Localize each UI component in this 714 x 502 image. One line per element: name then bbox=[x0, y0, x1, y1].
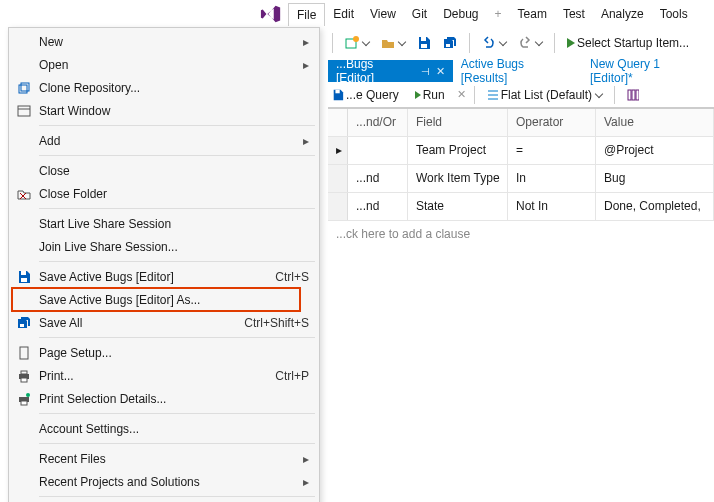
menu-debug[interactable]: Debug bbox=[435, 3, 486, 25]
menu-item-label: Print Selection Details... bbox=[39, 392, 309, 406]
tab-new-query-1[interactable]: New Query 1 [Editor]* bbox=[582, 60, 714, 82]
row-gutter[interactable] bbox=[328, 193, 348, 220]
menu-item-label: Print... bbox=[39, 369, 275, 383]
row-gutter[interactable]: ▸ bbox=[328, 137, 348, 164]
query-toolbar: ...e Query Run ✕ Flat List (Default) bbox=[328, 82, 714, 108]
menu-item-close[interactable]: Close bbox=[9, 159, 319, 182]
toolbar-new-project-button[interactable] bbox=[341, 34, 373, 52]
menu-test[interactable]: Test bbox=[555, 3, 593, 25]
cell-operator[interactable]: Not In bbox=[508, 193, 596, 220]
pin-icon[interactable]: ⊣ bbox=[421, 66, 430, 77]
menu-item-label: Join Live Share Session... bbox=[39, 240, 309, 254]
menu-item-add[interactable]: Add▸ bbox=[9, 129, 319, 152]
menu-item-shortcut: Ctrl+P bbox=[275, 369, 309, 383]
cell-field[interactable]: Work Item Type bbox=[408, 165, 508, 192]
grid-row[interactable]: ...nd State Not In Done, Completed, bbox=[328, 193, 714, 221]
cell-operator[interactable]: In bbox=[508, 165, 596, 192]
menu-separator bbox=[39, 443, 315, 444]
grid-row[interactable]: ...nd Work Item Type In Bug bbox=[328, 165, 714, 193]
menu-item-start-window[interactable]: Start Window bbox=[9, 99, 319, 122]
save-icon bbox=[417, 36, 431, 50]
menu-item-join-live-share-session[interactable]: Join Live Share Session... bbox=[9, 235, 319, 258]
col-operator[interactable]: Operator bbox=[508, 109, 596, 136]
cell-field[interactable]: State bbox=[408, 193, 508, 220]
menu-item-label: Account Settings... bbox=[39, 422, 309, 436]
query-grid: ...nd/Or Field Operator Value ▸ Team Pro… bbox=[328, 108, 714, 247]
menu-item-account-settings[interactable]: Account Settings... bbox=[9, 417, 319, 440]
svg-point-1 bbox=[353, 36, 359, 42]
menu-item-print[interactable]: Print...Ctrl+P bbox=[9, 364, 319, 387]
menu-item-label: Page Setup... bbox=[39, 346, 309, 360]
menu-item-new[interactable]: New▸ bbox=[9, 30, 319, 53]
menu-separator bbox=[39, 496, 315, 497]
undo-icon bbox=[482, 36, 496, 50]
menu-item-print-selection-details[interactable]: Print Selection Details... bbox=[9, 387, 319, 410]
clone-icon bbox=[9, 81, 39, 95]
cell-value[interactable]: Bug bbox=[596, 165, 714, 192]
row-gutter[interactable] bbox=[328, 165, 348, 192]
cell-value[interactable]: Done, Completed, bbox=[596, 193, 714, 220]
svg-rect-3 bbox=[421, 44, 427, 48]
start-debug-button[interactable]: Select Startup Item... bbox=[563, 34, 693, 52]
play-icon bbox=[415, 91, 421, 99]
menu-item-recent-files[interactable]: Recent Files▸ bbox=[9, 447, 319, 470]
menu-item-save-all[interactable]: Save AllCtrl+Shift+S bbox=[9, 311, 319, 334]
separator bbox=[614, 86, 615, 104]
cell-andor[interactable]: ...nd bbox=[348, 165, 408, 192]
save-icon bbox=[332, 89, 344, 101]
tab-active-bugs-results[interactable]: Active Bugs [Results] bbox=[453, 60, 582, 82]
run-query-button[interactable]: Run bbox=[411, 86, 449, 104]
save-query-button[interactable]: ...e Query bbox=[328, 86, 403, 104]
tab-active-bugs-editor[interactable]: ...Bugs [Editor] ⊣ ✕ bbox=[328, 60, 453, 82]
svg-rect-16 bbox=[21, 278, 27, 282]
chevron-down-icon bbox=[535, 38, 543, 46]
menu-git[interactable]: Git bbox=[404, 3, 435, 25]
close-icon[interactable]: ✕ bbox=[436, 65, 445, 78]
toolbar-undo-button[interactable] bbox=[478, 34, 510, 52]
print-icon bbox=[9, 369, 39, 383]
menu-item-close-folder[interactable]: Close Folder bbox=[9, 182, 319, 205]
menu-item-save-active-bugs-editor[interactable]: Save Active Bugs [Editor]Ctrl+S bbox=[9, 265, 319, 288]
cell-operator[interactable]: = bbox=[508, 137, 596, 164]
startup-label: Select Startup Item... bbox=[577, 36, 689, 50]
cell-value[interactable]: @Project bbox=[596, 137, 714, 164]
col-andor[interactable]: ...nd/Or bbox=[348, 109, 408, 136]
save-all-icon bbox=[443, 36, 457, 50]
menu-tools[interactable]: Tools bbox=[652, 3, 696, 25]
page-icon bbox=[9, 346, 39, 360]
menu-analyze[interactable]: Analyze bbox=[593, 3, 652, 25]
visual-studio-icon bbox=[260, 3, 282, 25]
menu-item-label: New bbox=[39, 35, 303, 49]
menu-team[interactable]: Team bbox=[510, 3, 555, 25]
menu-item-recent-projects-and-solutions[interactable]: Recent Projects and Solutions▸ bbox=[9, 470, 319, 493]
separator bbox=[474, 86, 475, 104]
cell-field[interactable]: Team Project bbox=[408, 137, 508, 164]
toolbar-open-button[interactable] bbox=[377, 34, 409, 52]
menu-view[interactable]: View bbox=[362, 3, 404, 25]
menu-item-page-setup[interactable]: Page Setup... bbox=[9, 341, 319, 364]
toolbar-save-all-button[interactable] bbox=[439, 34, 461, 52]
menu-item-clone-repository[interactable]: Clone Repository... bbox=[9, 76, 319, 99]
column-options-button[interactable] bbox=[623, 87, 643, 103]
grid-row[interactable]: ▸ Team Project = @Project bbox=[328, 137, 714, 165]
menu-edit[interactable]: Edit bbox=[325, 3, 362, 25]
cell-andor[interactable] bbox=[348, 137, 408, 164]
col-field[interactable]: Field bbox=[408, 109, 508, 136]
grid-header-row: ...nd/Or Field Operator Value bbox=[328, 109, 714, 137]
menu-item-save-active-bugs-editor-as[interactable]: Save Active Bugs [Editor] As... bbox=[9, 288, 319, 311]
toolbar-redo-button[interactable] bbox=[514, 34, 546, 52]
menu-item-open[interactable]: Open▸ bbox=[9, 53, 319, 76]
menu-separator bbox=[39, 337, 315, 338]
svg-rect-4 bbox=[446, 44, 450, 47]
svg-rect-23 bbox=[21, 401, 27, 405]
stop-icon[interactable]: ✕ bbox=[457, 88, 466, 101]
toolbar-save-button[interactable] bbox=[413, 34, 435, 52]
cell-andor[interactable]: ...nd bbox=[348, 193, 408, 220]
menu-item-start-live-share-session[interactable]: Start Live Share Session bbox=[9, 212, 319, 235]
menu-file[interactable]: File bbox=[288, 3, 325, 26]
flat-list-dropdown[interactable]: Flat List (Default) bbox=[483, 86, 606, 104]
save-icon bbox=[9, 270, 39, 284]
add-clause-hint[interactable]: ...ck here to add a clause bbox=[328, 221, 714, 247]
col-value[interactable]: Value bbox=[596, 109, 714, 136]
menu-item-label: Close Folder bbox=[39, 187, 309, 201]
